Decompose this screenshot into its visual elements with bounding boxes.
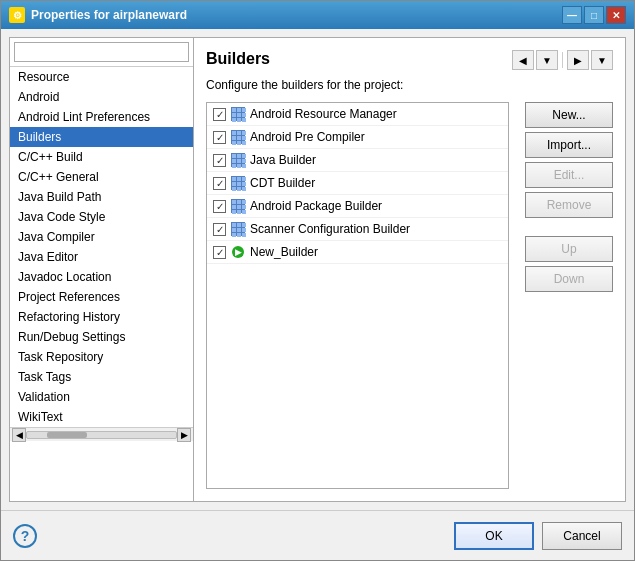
footer: ? OK Cancel: [1, 510, 634, 560]
main-content-row: ✓Android Resource Manager✓Android Pre Co…: [206, 102, 613, 489]
maximize-button[interactable]: □: [584, 6, 604, 24]
builder-icon: [230, 129, 246, 145]
nav-forward-dropdown-button[interactable]: ▼: [591, 50, 613, 70]
import-button[interactable]: Import...: [525, 132, 613, 158]
scrollbar-thumb[interactable]: [47, 432, 87, 438]
builders-area: ✓Android Resource Manager✓Android Pre Co…: [206, 102, 517, 489]
tree-list: ResourceAndroidAndroid Lint PreferencesB…: [10, 67, 193, 427]
builder-checkbox[interactable]: ✓: [213, 108, 226, 121]
help-button[interactable]: ?: [13, 524, 37, 548]
nav-dropdown-button[interactable]: ▼: [536, 50, 558, 70]
builder-row[interactable]: ✓Scanner Configuration Builder: [207, 218, 508, 241]
tree-item[interactable]: WikiText: [10, 407, 193, 427]
builder-row[interactable]: ✓Android Package Builder: [207, 195, 508, 218]
scroll-left-arrow[interactable]: ◀: [12, 428, 26, 442]
panel-description: Configure the builders for the project:: [206, 78, 613, 92]
button-spacer: [525, 222, 613, 232]
tree-item[interactable]: Java Build Path: [10, 187, 193, 207]
search-input[interactable]: [14, 42, 189, 62]
right-panel: Builders ◀ ▼ ▶ ▼ Configure the builders …: [194, 37, 626, 502]
footer-right: OK Cancel: [454, 522, 622, 550]
tree-item[interactable]: Java Code Style: [10, 207, 193, 227]
builder-label: New_Builder: [250, 245, 318, 259]
search-area: [10, 38, 193, 67]
builder-row[interactable]: ✓Java Builder: [207, 149, 508, 172]
builder-row[interactable]: ✓CDT Builder: [207, 172, 508, 195]
tree-item[interactable]: Javadoc Location: [10, 267, 193, 287]
tree-item[interactable]: Resource: [10, 67, 193, 87]
nav-buttons: ◀ ▼ ▶ ▼: [512, 50, 613, 70]
main-window: ⚙ Properties for airplaneward — □ ✕ Reso…: [0, 0, 635, 561]
scroll-right-arrow[interactable]: ▶: [177, 428, 191, 442]
footer-left: ?: [13, 524, 37, 548]
cancel-button[interactable]: Cancel: [542, 522, 622, 550]
window-title: Properties for airplaneward: [31, 8, 562, 22]
builder-checkbox[interactable]: ✓: [213, 223, 226, 236]
close-button[interactable]: ✕: [606, 6, 626, 24]
window-icon: ⚙: [9, 7, 25, 23]
action-buttons: New... Import... Edit... Remove Up Down: [517, 102, 613, 489]
builder-row[interactable]: ✓Android Pre Compiler: [207, 126, 508, 149]
builder-row[interactable]: ✓Android Resource Manager: [207, 103, 508, 126]
nav-back-button[interactable]: ◀: [512, 50, 534, 70]
builder-label: Android Resource Manager: [250, 107, 397, 121]
tree-item[interactable]: Task Tags: [10, 367, 193, 387]
builder-icon: [230, 152, 246, 168]
tree-item[interactable]: Run/Debug Settings: [10, 327, 193, 347]
builder-icon: ▶: [230, 244, 246, 260]
tree-item[interactable]: Task Repository: [10, 347, 193, 367]
tree-item[interactable]: Project References: [10, 287, 193, 307]
builder-label: Android Package Builder: [250, 199, 382, 213]
builder-icon: [230, 221, 246, 237]
tree-item[interactable]: Android Lint Preferences: [10, 107, 193, 127]
up-button[interactable]: Up: [525, 236, 613, 262]
builder-label: Android Pre Compiler: [250, 130, 365, 144]
right-header: Builders ◀ ▼ ▶ ▼: [206, 50, 613, 70]
builder-checkbox[interactable]: ✓: [213, 131, 226, 144]
panel-title: Builders: [206, 50, 270, 68]
edit-button[interactable]: Edit...: [525, 162, 613, 188]
tree-item[interactable]: Java Editor: [10, 247, 193, 267]
builder-icon: [230, 106, 246, 122]
builder-checkbox[interactable]: ✓: [213, 154, 226, 167]
builder-label: Java Builder: [250, 153, 316, 167]
builder-icon: [230, 175, 246, 191]
tree-item[interactable]: Android: [10, 87, 193, 107]
builder-row[interactable]: ✓▶New_Builder: [207, 241, 508, 264]
content-area: ResourceAndroidAndroid Lint PreferencesB…: [1, 29, 634, 510]
builders-list: ✓Android Resource Manager✓Android Pre Co…: [206, 102, 509, 489]
title-bar: ⚙ Properties for airplaneward — □ ✕: [1, 1, 634, 29]
tree-item[interactable]: C/C++ Build: [10, 147, 193, 167]
tree-item[interactable]: Java Compiler: [10, 227, 193, 247]
window-controls: — □ ✕: [562, 6, 626, 24]
builder-label: CDT Builder: [250, 176, 315, 190]
tree-item[interactable]: C/C++ General: [10, 167, 193, 187]
new-button[interactable]: New...: [525, 102, 613, 128]
builder-icon: [230, 198, 246, 214]
builder-checkbox[interactable]: ✓: [213, 200, 226, 213]
builder-checkbox[interactable]: ✓: [213, 177, 226, 190]
minimize-button[interactable]: —: [562, 6, 582, 24]
down-button[interactable]: Down: [525, 266, 613, 292]
ok-button[interactable]: OK: [454, 522, 534, 550]
left-panel: ResourceAndroidAndroid Lint PreferencesB…: [9, 37, 194, 502]
builder-checkbox[interactable]: ✓: [213, 246, 226, 259]
nav-separator: [562, 52, 563, 68]
horizontal-scrollbar: ◀ ▶: [10, 427, 193, 441]
scrollbar-track: [26, 431, 177, 439]
builder-label: Scanner Configuration Builder: [250, 222, 410, 236]
remove-button[interactable]: Remove: [525, 192, 613, 218]
nav-forward-button[interactable]: ▶: [567, 50, 589, 70]
tree-item[interactable]: Builders: [10, 127, 193, 147]
tree-item[interactable]: Validation: [10, 387, 193, 407]
tree-item[interactable]: Refactoring History: [10, 307, 193, 327]
